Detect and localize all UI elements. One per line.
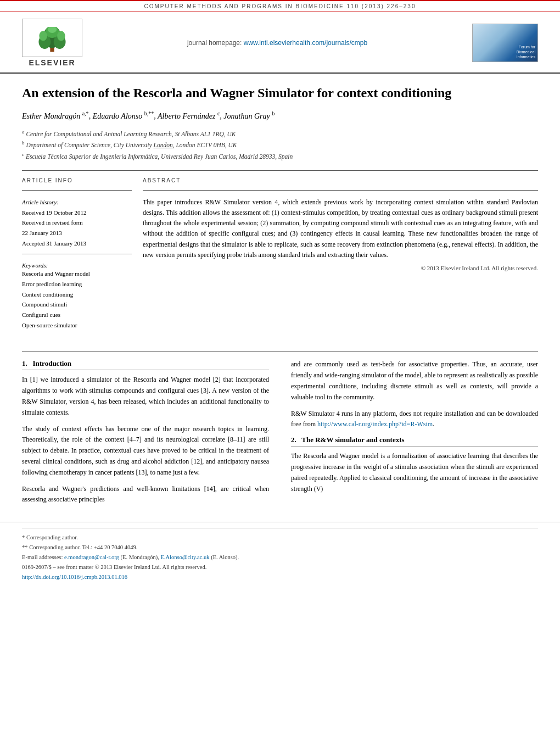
keyword-1: Rescorla and Wagner model <box>22 269 132 279</box>
abstract-text: This paper introduces R&W Simulator vers… <box>143 197 538 260</box>
body-divider <box>22 351 538 352</box>
keywords-block: Keywords: Rescorla and Wagner model Erro… <box>22 262 132 330</box>
received2: Received in revised form <box>22 217 132 228</box>
body-content: 1. Introduction In [1] we introduced a s… <box>0 359 560 511</box>
affiliations: a Centre for Computational and Animal Le… <box>22 128 538 161</box>
right-logo-inner: Forum forBiomedicalInformatics <box>473 24 537 62</box>
divider-after-affiliations <box>22 170 538 171</box>
svg-point-5 <box>39 31 47 41</box>
intro-para3: Rescorla and Wagner's predictions and we… <box>22 484 269 506</box>
right-para1: and are commonly used as test-beds for a… <box>291 359 538 403</box>
article-info-col: ARTICLE INFO Article history: Received 1… <box>22 177 132 331</box>
corresponding1: * Corresponding author. <box>22 533 538 543</box>
article-info-abstract: ARTICLE INFO Article history: Received 1… <box>22 177 538 331</box>
footer-divider <box>22 528 538 528</box>
footer: * Corresponding author. ** Corresponding… <box>0 522 560 587</box>
svg-point-6 <box>57 31 65 41</box>
right-logo-text: Forum forBiomedicalInformatics <box>514 42 537 62</box>
affiliation-b: b Department of Computer Science, City U… <box>22 139 538 150</box>
keywords-divider <box>22 254 132 254</box>
email1-name: (E. Mondragón), <box>120 554 159 560</box>
keyword-3: Context conditioning <box>22 289 132 300</box>
section2-num: 2. <box>291 436 296 444</box>
right-para2: R&W Simulator 4 runs in any platform, do… <box>291 409 538 431</box>
section2-label: The R&W simulator and contexts <box>301 436 404 444</box>
received1: Received 19 October 2012 <box>22 208 132 218</box>
doi-url-link[interactable]: http://dx.doi.org/10.1016/j.cmpb.2013.01… <box>22 574 127 580</box>
email-line: E-mail addresses: e.mondragon@cal-r.org … <box>22 553 538 562</box>
article-title: An extension of the Rescorla and Wagner … <box>22 85 538 102</box>
keyword-2: Error prediction learning <box>22 279 132 289</box>
body-left: 1. Introduction In [1] we introduced a s… <box>22 359 275 511</box>
elsevier-label-text: ELSEVIER <box>29 58 75 67</box>
journal-homepage: journal homepage: www.intl.elsevierhealt… <box>187 39 367 47</box>
journal-homepage-label: journal homepage: <box>187 39 242 47</box>
abstract-col: ABSTRACT This paper introduces R&W Simul… <box>143 177 538 331</box>
abstract-heading: ABSTRACT <box>143 177 538 183</box>
elsevier-tree-icon <box>30 27 74 54</box>
intro-para1: In [1] we introduced a simulator of the … <box>22 375 269 418</box>
corresponding2: ** Corresponding author. Tel.: +44 20 70… <box>22 543 538 553</box>
email1-link[interactable]: e.mondragon@cal-r.org <box>64 554 119 560</box>
abstract-divider <box>143 190 538 191</box>
section1-num: 1. <box>22 359 27 367</box>
article-info-heading: ARTICLE INFO <box>22 177 132 183</box>
keywords-label: Keywords: <box>22 262 132 269</box>
article-history: Article history: Received 19 October 201… <box>22 197 132 248</box>
email2-name: (E. Alonso). <box>211 554 239 560</box>
journal-header-bar: COMPUTER METHODS AND PROGRAMS IN BIOMEDI… <box>0 0 560 12</box>
section2-title: 2. The R&W simulator and contexts <box>291 436 538 447</box>
right-logo-box: Forum forBiomedicalInformatics <box>472 24 538 62</box>
received2-date: 22 January 2013 <box>22 228 132 238</box>
accepted: Accepted 31 January 2013 <box>22 238 132 249</box>
intro-para2: The study of context effects has become … <box>22 424 269 478</box>
affiliation-a: a Centre for Computational and Animal Le… <box>22 128 538 139</box>
email-label: E-mail addresses: <box>22 554 63 560</box>
page: COMPUTER METHODS AND PROGRAMS IN BIOMEDI… <box>0 0 560 742</box>
section2-para1: The Rescorla and Wagner model is a forma… <box>291 451 538 494</box>
section1-title: 1. Introduction <box>22 359 269 370</box>
body-right: and are commonly used as test-beds for a… <box>285 359 538 511</box>
article-content: An extension of the Rescorla and Wagner … <box>0 74 560 351</box>
doi-url-line: http://dx.doi.org/10.1016/j.cmpb.2013.01… <box>22 572 538 582</box>
elsevier-logo: ELSEVIER <box>22 19 82 67</box>
authors-text: Esther Mondragón a,*, Eduardo Alonso b,*… <box>22 112 275 120</box>
section1-label: Introduction <box>33 359 72 367</box>
affiliation-c: c Escuela Técnica Superior de Ingeniería… <box>22 150 538 161</box>
history-label: Article history: <box>22 197 132 208</box>
authors-line: Esther Mondragón a,*, Eduardo Alonso b,*… <box>22 109 538 122</box>
article-info-divider <box>22 190 132 191</box>
copyright-line: © 2013 Elsevier Ireland Ltd. All rights … <box>143 265 538 271</box>
elsevier-logo-box <box>22 19 82 57</box>
email2-link[interactable]: E.Alonso@city.ac.uk <box>160 554 209 560</box>
keyword-6: Open-source simulator <box>22 320 132 331</box>
download-link[interactable]: http://www.cal-r.org/index.php?id=R-Wsim <box>317 420 433 428</box>
journal-header-text: COMPUTER METHODS AND PROGRAMS IN BIOMEDI… <box>144 3 416 9</box>
keyword-4: Compound stimuli <box>22 299 132 310</box>
doi-prefix: 0169-2607/$ – see front matter © 2013 El… <box>22 562 538 572</box>
keyword-5: Configural cues <box>22 310 132 320</box>
top-logos-area: ELSEVIER journal homepage: www.intl.else… <box>0 12 560 74</box>
journal-homepage-link[interactable]: www.intl.elsevierhealth.com/journals/cmp… <box>244 39 367 47</box>
